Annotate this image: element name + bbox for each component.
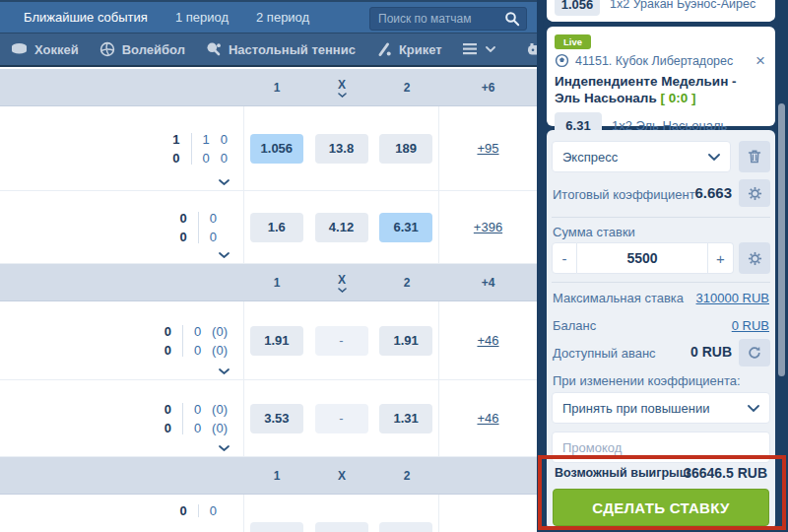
score-divider	[191, 133, 192, 165]
match-title[interactable]: Индепендиенте Медельин - Эль Насьональ […	[555, 73, 765, 106]
betslip-card-selection: Live 41151. Кубок Либертадорес × Индепен…	[547, 27, 775, 126]
sport-cricket[interactable]: Крикет	[371, 41, 447, 57]
sport-table-tennis[interactable]: Настольный теннис	[201, 41, 361, 57]
search-input[interactable]	[376, 11, 504, 27]
score-part: 0	[194, 344, 201, 357]
odds-button-1[interactable]	[250, 522, 303, 532]
score-total: 0	[180, 231, 187, 243]
header-more[interactable]: +6	[439, 69, 537, 105]
header-more[interactable]: +4	[439, 264, 537, 300]
header-2[interactable]: 2	[374, 469, 439, 483]
search-box[interactable]	[369, 7, 527, 31]
sport-hockey[interactable]: Хоккей	[6, 42, 84, 57]
score-block: 0 0 (0) 0 0 (0)	[0, 380, 244, 456]
max-bet-link[interactable]: 310000 RUB	[696, 291, 769, 305]
search-icon[interactable]	[504, 11, 520, 27]
score-part: (0)	[212, 403, 228, 416]
accept-changes-dropdown[interactable]: Принять при повышении	[552, 392, 770, 424]
odds-button-2[interactable]: 1.91	[379, 326, 432, 356]
header-1[interactable]: 1	[244, 81, 309, 95]
odds-header: 1 X 2 +4	[0, 264, 537, 301]
score-total: 0	[164, 325, 171, 338]
sidebar-scrollbar[interactable]	[778, 103, 785, 376]
score-total: 0	[180, 504, 187, 517]
header-2[interactable]: 2	[374, 276, 439, 290]
odds-button-1[interactable]: 1.056	[250, 134, 303, 164]
expand-chevron-icon[interactable]	[219, 368, 230, 374]
refresh-advance-button[interactable]	[739, 339, 770, 366]
possible-payout-label: Возможный выигрыш	[555, 466, 690, 480]
expand-chevron-icon[interactable]	[219, 445, 230, 451]
header-1[interactable]: 1	[244, 469, 309, 483]
score-part: 1	[203, 133, 210, 146]
odds-button-1[interactable]: 3.53	[250, 404, 303, 433]
match-score: [ 0:0 ]	[661, 91, 696, 105]
score-part: 0	[221, 133, 228, 146]
place-bet-button[interactable]: СДЕЛАТЬ СТАВКУ	[553, 489, 769, 526]
volleyball-icon	[99, 41, 115, 57]
score-part: 0	[194, 325, 201, 338]
odds-header: 1 X 2	[0, 457, 537, 495]
increase-amount-button[interactable]: +	[708, 242, 734, 274]
bet-type-dropdown[interactable]: Экспресс	[552, 141, 731, 172]
odds-button-2[interactable]	[379, 522, 432, 532]
odds-button-2[interactable]: 6.31	[379, 213, 432, 242]
expand-chevron-icon[interactable]	[219, 179, 230, 185]
sport-volleyball[interactable]: Волейбол	[95, 41, 190, 57]
score-part: 0	[221, 152, 228, 165]
sport-label: Хоккей	[34, 42, 79, 57]
coefficient-settings-button[interactable]	[739, 179, 770, 207]
amount-input[interactable]	[577, 242, 708, 274]
header-2[interactable]: 2	[374, 81, 439, 95]
tab-upcoming-events[interactable]: Ближайшие события	[24, 10, 148, 25]
soccer-ball-icon	[555, 53, 569, 68]
selection-label: 1x2 Уракан Буэнос-Айрес	[610, 0, 755, 11]
header-x[interactable]: X	[309, 469, 374, 483]
odds-button-x[interactable]: 13.8	[315, 134, 368, 164]
betslip-controls: Экспресс Итоговый коэффициент 6.663 Сумм…	[547, 130, 775, 530]
odds-button-2[interactable]: 1.31	[379, 404, 432, 433]
tab-period-1[interactable]: 1 период	[175, 10, 229, 25]
delete-bet-button[interactable]	[739, 141, 770, 172]
tab-period-2[interactable]: 2 период	[256, 10, 309, 25]
score-part: (0)	[212, 325, 228, 338]
odds-button-x[interactable]: 4.12	[315, 213, 368, 242]
sport-label: Волейбол	[122, 42, 185, 57]
balance-link[interactable]: 0 RUB	[732, 318, 769, 333]
more-sports-menu[interactable]	[458, 42, 500, 56]
score-divider	[182, 403, 183, 434]
score-total: 0	[172, 152, 179, 165]
more-bets-link[interactable]: +95	[477, 141, 498, 156]
sport-label: Настольный теннис	[229, 42, 356, 57]
more-bets-link[interactable]: +46	[477, 333, 498, 348]
table-tennis-icon	[206, 41, 222, 57]
odds-button-1[interactable]: 1.91	[250, 326, 303, 356]
score-part: 0	[203, 152, 210, 165]
expand-chevron-icon[interactable]	[219, 252, 230, 258]
league-name[interactable]: 41151. Кубок Либертадорес	[575, 54, 748, 68]
advance-label: Доступный аванс	[553, 346, 656, 361]
list-icon	[463, 42, 479, 56]
cricket-icon	[376, 41, 392, 57]
divider	[552, 217, 770, 218]
score-part: 0	[194, 422, 201, 434]
header-x[interactable]: X	[309, 78, 374, 98]
more-bets-link[interactable]: +46	[477, 411, 498, 426]
amount-settings-button[interactable]	[739, 242, 770, 274]
score-part: (0)	[212, 344, 228, 357]
more-bets-link[interactable]: +396	[474, 220, 502, 234]
close-icon[interactable]: ×	[754, 54, 767, 68]
decrease-amount-button[interactable]: -	[552, 242, 577, 274]
live-badge: Live	[555, 34, 591, 49]
odds-button-1[interactable]: 1.6	[250, 213, 303, 242]
odds-button-x[interactable]	[315, 522, 368, 532]
event-row: 0 0 (0) 0 0 (0) 1.91 - 1.91 +46	[0, 301, 537, 380]
chevron-down-icon	[338, 93, 347, 98]
gear-icon	[748, 251, 762, 266]
hockey-icon	[11, 42, 28, 56]
promo-code-input[interactable]	[552, 432, 770, 463]
odds-button-2[interactable]: 189	[379, 134, 432, 164]
header-1[interactable]: 1	[244, 276, 309, 290]
score-divider	[182, 325, 183, 357]
header-x[interactable]: X	[309, 273, 374, 293]
